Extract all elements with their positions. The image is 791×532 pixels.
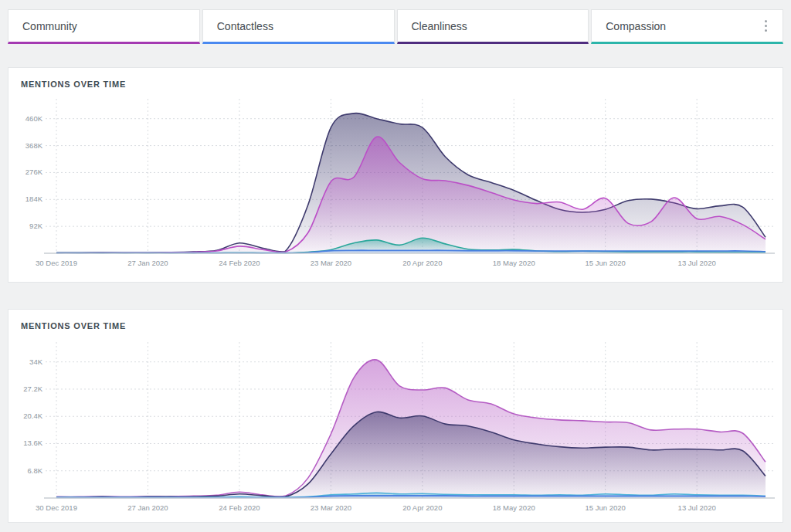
x-axis-label: 13 Jul 2020: [678, 503, 716, 512]
x-axis-label: 18 May 2020: [493, 259, 535, 267]
tab-label: Contactless: [217, 20, 273, 32]
chart-title: MENTIONS OVER TIME: [8, 310, 783, 334]
y-axis-label: 13.6K: [23, 439, 42, 447]
x-axis-label: 23 Mar 2020: [311, 503, 351, 512]
chart-title: MENTIONS OVER TIME: [8, 68, 783, 93]
x-axis-label: 13 Jul 2020: [678, 259, 716, 267]
dark-purple-series-area: [56, 412, 766, 498]
y-axis-label: 460K: [25, 114, 43, 123]
kebab-menu-icon[interactable]: [763, 17, 769, 35]
x-axis-label: 20 Apr 2020: [402, 503, 442, 512]
y-axis-label: 368K: [25, 141, 43, 150]
x-axis-label: 18 May 2020: [493, 503, 535, 512]
tab-compassion[interactable]: Compassion: [591, 9, 783, 44]
tab-label: Cleanliness: [412, 20, 467, 32]
x-axis-label: 24 Feb 2020: [219, 259, 260, 267]
x-axis-label: 30 Dec 2019: [36, 259, 77, 267]
x-axis-label: 15 Jun 2020: [586, 259, 626, 267]
x-axis-label: 30 Dec 2019: [36, 503, 77, 512]
x-axis-label: 23 Mar 2020: [311, 259, 351, 267]
mentions-over-time-chart-2: 34K27.2K20.4K13.6K6.8K30 Dec 201927 Jan …: [8, 334, 783, 522]
y-axis-label: 34K: [29, 357, 43, 366]
y-axis-label: 27.2K: [23, 385, 42, 393]
tab-cleanliness[interactable]: Cleanliness: [397, 9, 589, 44]
x-axis-label: 27 Jan 2020: [127, 503, 168, 512]
mentions-over-time-card-2: MENTIONS OVER TIME 34K27.2K20.4K13.6K6.8…: [8, 309, 783, 523]
tab-label: Compassion: [606, 20, 666, 32]
tab-label: Community: [22, 20, 77, 32]
y-axis-label: 6.8K: [27, 466, 42, 475]
x-axis-label: 20 Apr 2020: [402, 259, 442, 267]
tab-community[interactable]: Community: [8, 9, 200, 44]
tab-contactless[interactable]: Contactless: [202, 9, 395, 44]
x-axis-label: 15 Jun 2020: [586, 503, 626, 512]
tab-bar: CommunityContactlessCleanlinessCompassio…: [0, 0, 791, 44]
x-axis-label: 27 Jan 2020: [127, 259, 168, 267]
x-axis-label: 24 Feb 2020: [219, 503, 260, 512]
mentions-over-time-chart-1: 460K368K276K184K92K30 Dec 201927 Jan 202…: [8, 93, 783, 282]
mentions-over-time-card-1: MENTIONS OVER TIME 460K368K276K184K92K30…: [8, 67, 783, 283]
y-axis-label: 276K: [25, 168, 43, 176]
y-axis-label: 184K: [25, 195, 43, 203]
y-axis-label: 20.4K: [23, 412, 42, 420]
y-axis-label: 92K: [29, 222, 43, 230]
